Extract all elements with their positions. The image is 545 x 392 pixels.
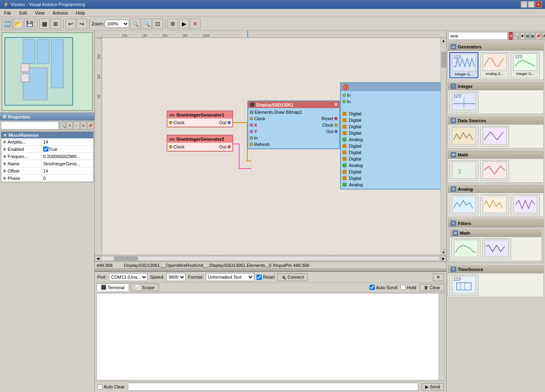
arduino-analog-c[interactable]: Analog — [341, 181, 427, 188]
speed-select[interactable]: 9600 — [167, 273, 186, 281]
enabled-checkbox[interactable] — [43, 146, 48, 152]
minimap-viewport[interactable] — [4, 37, 73, 106]
node-sine2[interactable]: 123 SineIntegerGenerator2 Clock Out — [167, 135, 233, 152]
prop-value-phase[interactable]: 0 — [42, 175, 93, 181]
search-pin-btn[interactable]: 📌 — [535, 32, 541, 40]
arduino-req-port[interactable]: Requ... — [427, 111, 441, 118]
component-analog-gen[interactable]: Analog G... — [480, 52, 509, 78]
hscroll-thumb[interactable] — [114, 256, 138, 261]
arduino-i2c-port[interactable]: I2C — [427, 105, 441, 111]
autoscroll-check[interactable] — [370, 285, 375, 290]
display-port-refresh[interactable]: Refresh — [248, 141, 339, 148]
close-button[interactable]: ✕ — [535, 1, 542, 8]
arduino-digital6[interactable]: Digital — [341, 175, 427, 181]
new-button[interactable]: 🆕 — [2, 19, 12, 29]
prop-row-offset[interactable]: ◆ Offset 14 — [1, 167, 93, 175]
snap-button[interactable]: ⊞ — [50, 19, 61, 29]
arduino-serial0-port[interactable]: Serial[0] — [427, 92, 441, 98]
terminal-vscroll[interactable] — [439, 294, 444, 380]
send-button[interactable]: ▶ Send — [422, 383, 444, 391]
arduino-i2c-in-port[interactable]: In — [341, 98, 427, 105]
canvas-hscroll[interactable]: ◀ ▶ — [95, 255, 446, 261]
arduino-analog-b[interactable]: Analog — [341, 162, 427, 169]
properties-search[interactable] — [1, 121, 59, 129]
maximize-button[interactable]: □ — [528, 1, 535, 8]
connect-button[interactable]: 🔌 Connect — [277, 273, 308, 281]
component-integer-gen[interactable]: 123 Integer G... — [449, 52, 478, 78]
clear-button[interactable]: 🗑 Clear — [420, 284, 445, 291]
tab-scope[interactable]: 📈 Scope — [131, 284, 159, 291]
component-analog1[interactable] — [449, 194, 478, 215]
zoom-in-button[interactable]: 🔍 — [130, 19, 140, 29]
open-button[interactable]: 📂 — [13, 19, 23, 29]
upload-button[interactable]: ▶ — [179, 19, 189, 29]
autoclear-checkbox[interactable]: Auto Clear — [97, 384, 125, 390]
arduino-digital-rx[interactable]: Digital — [341, 111, 427, 117]
node-arduino[interactable]: Arduino Nano In In — [340, 82, 441, 190]
hscroll-right-btn[interactable]: ▶ — [441, 256, 446, 261]
terminal-close-button[interactable]: ✕ — [433, 273, 444, 281]
search-input[interactable] — [448, 32, 508, 40]
component-ds1[interactable] — [449, 126, 478, 147]
hold-check[interactable] — [401, 285, 406, 290]
prop-row-phase[interactable]: ◆ Phase 0 — [1, 175, 93, 182]
arduino-digital2[interactable]: Digital — [341, 123, 427, 130]
format-select[interactable]: Unformatted Text — [206, 273, 254, 281]
vscroll-up-btn[interactable]: ▲ — [441, 38, 446, 44]
zoom-out-button[interactable]: 🔍 — [141, 19, 152, 29]
component-integer-gen2[interactable]: 123 Integer G... — [511, 52, 540, 78]
minimize-button[interactable]: ─ — [521, 1, 527, 8]
arduino-d2r-port[interactable]: Digital[ 2 ] — [427, 131, 441, 137]
reset-checkbox[interactable]: Reset — [257, 275, 275, 280]
prop-value-amplitude[interactable]: 14 — [42, 138, 93, 145]
prop-pin-btn[interactable]: 📌 — [88, 121, 94, 129]
menu-help[interactable]: Help — [73, 10, 88, 16]
arduino-send-port[interactable]: Send — [427, 98, 441, 105]
component-analog3[interactable] — [511, 194, 540, 215]
prop-value-offset[interactable]: 14 — [42, 167, 93, 174]
display-port-in[interactable]: In — [248, 135, 339, 141]
component-analog2[interactable] — [480, 194, 509, 215]
search-filter-btn1[interactable]: ⊞ — [526, 32, 530, 40]
arduino-d6r-port[interactable]: Digital[ 6 ] — [427, 156, 441, 163]
node-sine1[interactable]: 123 SineIntegerGenerator1 Clock Out — [167, 111, 233, 127]
display-port-y[interactable]: Y Out — [248, 128, 339, 135]
vscroll-thumb[interactable] — [441, 52, 446, 68]
arduino-digital3[interactable]: Digital — [341, 130, 427, 136]
arduino-d3r-port[interactable]: Digital[ 3 ] — [427, 137, 441, 144]
prop-value-frequency[interactable]: 0.200000002980... — [42, 153, 93, 160]
arduino-digital-tx[interactable]: Digital — [341, 117, 427, 123]
compile-button[interactable]: ⚙ — [167, 19, 178, 29]
redo-button[interactable]: ↪ — [77, 19, 87, 29]
arduino-digital-b[interactable]: Digital — [341, 169, 427, 175]
zoom-select[interactable]: 100% 75% 125% — [105, 20, 129, 28]
search-filter-btn2[interactable]: ⊠ — [530, 32, 535, 40]
arduino-d5r-port[interactable]: Digital[ 5 ] — [427, 150, 441, 156]
node-display[interactable]: ⬛ DisplaySSD13061 ✕ ⊟ Elements.Draw Bitm… — [247, 100, 340, 149]
prop-search-btn[interactable]: 🔍 — [60, 121, 66, 129]
terminal-input[interactable] — [128, 383, 418, 391]
arduino-digital5[interactable]: Digital — [341, 156, 427, 162]
prop-row-name[interactable]: ◆ Name SineIntegerGene... — [1, 160, 93, 167]
hscroll-left-btn[interactable]: ◀ — [95, 256, 100, 261]
zoom-fit-button[interactable]: ⊡ — [152, 19, 163, 29]
prop-row-amplitude[interactable]: ◆ Amplitu... 14 — [1, 138, 93, 146]
menu-arduino[interactable]: Arduino — [50, 10, 70, 16]
terminal-content[interactable] — [96, 293, 445, 380]
hold-checkbox[interactable]: Hold — [401, 285, 416, 290]
arduino-d4r-port[interactable]: Digital[ 4 ] — [427, 144, 441, 150]
sine2-clock-port[interactable]: Clock Out — [167, 144, 232, 150]
arduino-digital-a[interactable]: Digital — [341, 143, 427, 149]
undo-button[interactable]: ↩ — [65, 19, 76, 29]
menu-view[interactable]: View — [33, 10, 47, 16]
sine1-clock-port[interactable]: Clock Out — [167, 119, 232, 126]
port-select[interactable]: COM13 (Una... — [109, 273, 148, 281]
component-timesource[interactable]: 123 — [449, 275, 478, 296]
arduino-analog-a[interactable]: Analog — [341, 136, 427, 143]
stop-button[interactable]: ✕ — [190, 19, 200, 29]
tab-terminal[interactable]: ⬛ Terminal — [96, 284, 129, 291]
display-port-clock[interactable]: Clock Reset — [248, 115, 339, 122]
display-port-bitmap[interactable]: ⊟ Elements.Draw Bitmap1 — [248, 109, 339, 115]
canvas-vscroll[interactable]: ▲ ▼ — [441, 38, 446, 255]
component-filter2[interactable] — [482, 238, 511, 259]
